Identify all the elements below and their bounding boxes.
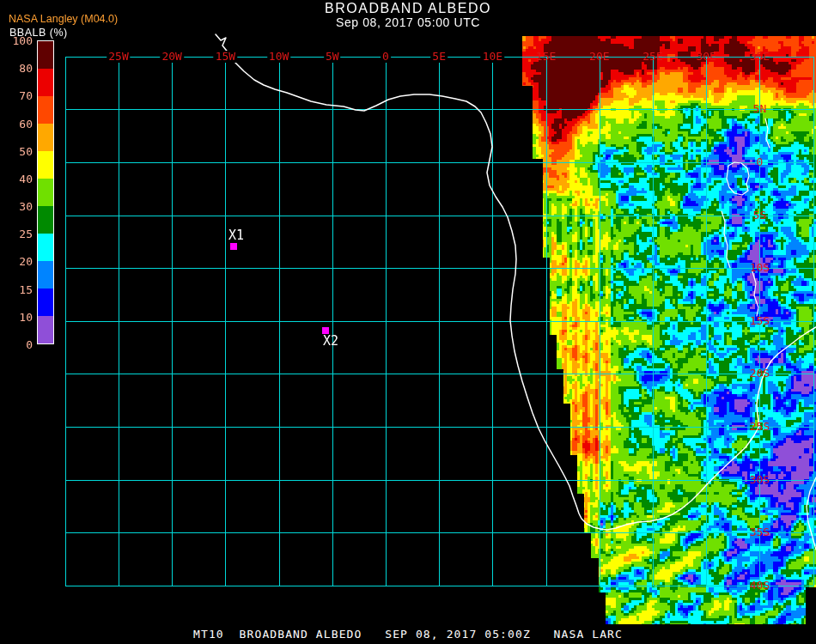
- lat-label: 25S: [750, 421, 770, 433]
- colorbar-tick-label: 0: [1, 339, 33, 350]
- colorbar-segment: [38, 234, 53, 261]
- colorbar-tick-label: 60: [1, 118, 33, 129]
- colorbar-tick-label: 15: [1, 283, 33, 295]
- colorbar-tick-label: 80: [1, 63, 33, 74]
- colorbar-tick-label: 100: [1, 35, 33, 46]
- lon-label: 10W: [267, 51, 290, 63]
- lat-label: 40S: [750, 580, 770, 592]
- lon-label: 15W: [214, 51, 237, 63]
- marker-label-x2: X2: [323, 335, 338, 348]
- colorbar-tick-label: 25: [1, 228, 33, 240]
- lon-label: 5W: [324, 51, 341, 63]
- lon-label: 15E: [536, 51, 556, 63]
- colorbar-segment: [38, 69, 53, 96]
- colorbar-segment: [38, 206, 53, 234]
- lat-label: 5S: [753, 210, 767, 222]
- lon-label: 10E: [481, 51, 504, 63]
- lon-label: 5E: [430, 51, 448, 63]
- colorbar-segment: [38, 179, 53, 206]
- lon-label: 25E: [642, 51, 662, 63]
- lon-label: 20E: [589, 51, 609, 63]
- lon-label: 30E: [696, 51, 716, 63]
- lon-label: 35E: [750, 51, 770, 63]
- marker-label-x1: X1: [228, 229, 244, 242]
- status-bar: MT10 BROADBAND ALBEDO SEP 08, 2017 05:00…: [0, 624, 816, 644]
- colorbar: [37, 40, 54, 344]
- colorbar-tick-label: 40: [1, 173, 33, 184]
- colorbar-tick-label: 10: [1, 311, 33, 322]
- marker-point-x1: [230, 243, 237, 250]
- page-title: BROADBAND ALBEDO: [0, 1, 816, 16]
- colorbar-tick-label: 20: [1, 256, 33, 267]
- colorbar-tick-label: 70: [1, 90, 33, 101]
- lat-label: 20S: [750, 368, 770, 380]
- albedo-map-canvas: [0, 0, 816, 644]
- colorbar-tick-label: 50: [1, 145, 33, 156]
- lat-label: 30S: [750, 474, 770, 486]
- lat-label: 35S: [750, 526, 770, 538]
- colorbar-segment: [38, 41, 53, 69]
- lat-label: 5N: [753, 103, 767, 115]
- status-text: MT10 BROADBAND ALBEDO SEP 08, 2017 05:00…: [0, 624, 816, 644]
- lon-label: 25W: [107, 51, 130, 63]
- colorbar-segment: [38, 261, 53, 289]
- albedo-viewer: BROADBAND ALBEDO Sep 08, 2017 05:00 UTC …: [0, 0, 816, 644]
- lat-label: 10S: [750, 262, 770, 274]
- colorbar-segment: [38, 96, 53, 124]
- colorbar-segment: [38, 316, 53, 343]
- colorbar-segment: [38, 151, 53, 179]
- lon-label: 20W: [160, 51, 183, 63]
- colorbar-segment: [38, 289, 53, 316]
- timestamp: Sep 08, 2017 05:00 UTC: [0, 15, 816, 29]
- colorbar-segment: [38, 124, 53, 151]
- lat-label: 0: [756, 156, 763, 168]
- colorbar-tick-label: 30: [1, 201, 33, 212]
- source-label: NASA Langley (M04.0): [9, 13, 118, 25]
- lon-label: 0: [381, 51, 391, 63]
- lat-label: 15S: [750, 315, 770, 327]
